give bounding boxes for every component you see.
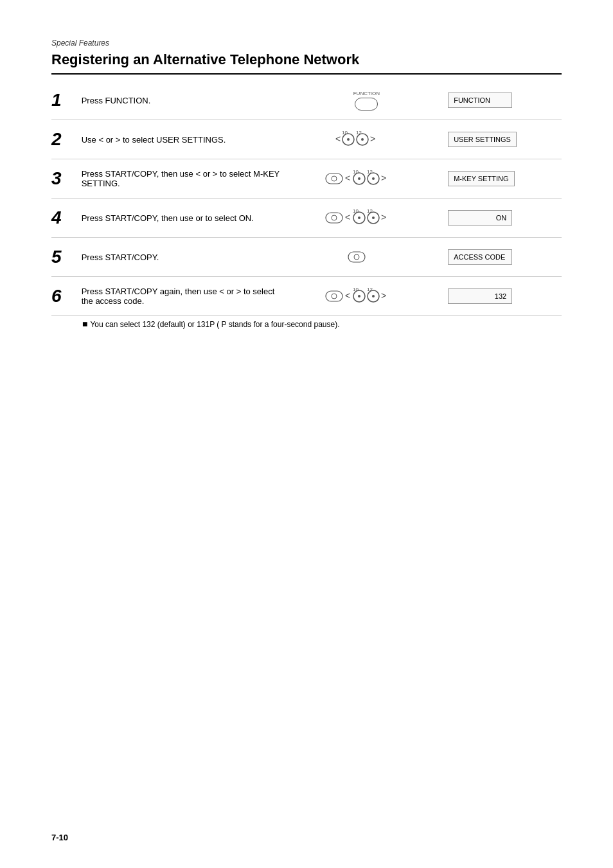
svg-point-16 [372, 177, 375, 180]
note-row: ■You can select 132 (default) or 131P ( … [51, 316, 562, 335]
step-number: 1 [51, 81, 82, 120]
step-diagram [292, 238, 442, 277]
table-row: 2Use < or > to select USER SETTINGS. < 1… [51, 120, 562, 159]
section-label: Special Features [51, 39, 562, 48]
svg-point-6 [361, 138, 364, 141]
step-number: 3 [51, 159, 82, 199]
step-display: FUNCTION [441, 81, 562, 120]
table-row: 5Press START/COPY. ACCESS CODE [51, 238, 562, 277]
step-diagram: < 10 12 > [292, 277, 442, 316]
svg-point-26 [372, 217, 375, 219]
note-text: ■You can select 132 (default) or 131P ( … [51, 316, 562, 335]
step-text: Press START/COPY. [82, 238, 292, 277]
table-row: 3Press START/COPY, then use < or > to se… [51, 159, 562, 199]
svg-point-38 [372, 295, 375, 297]
table-row: 1Press FUNCTION.FUNCTIONFUNCTION [51, 81, 562, 120]
step-diagram: < 10 12 > [292, 159, 442, 199]
svg-point-23 [358, 217, 360, 219]
display-box: ON [448, 210, 512, 226]
step-display: USER SETTINGS [441, 120, 562, 159]
steps-table: 1Press FUNCTION.FUNCTIONFUNCTION2Use < o… [51, 81, 562, 334]
svg-rect-30 [326, 291, 342, 301]
table-row: 6Press START/COPY again, then use < or >… [51, 277, 562, 316]
svg-point-3 [347, 138, 350, 141]
svg-text:>: > [381, 173, 386, 183]
step-diagram: < 10 12 > [292, 199, 442, 238]
step-text: Press START/COPY, then use < or > to sel… [82, 159, 292, 199]
step-number: 5 [51, 238, 82, 277]
step-number: 6 [51, 277, 82, 316]
display-box: ACCESS CODE [448, 249, 512, 265]
svg-rect-18 [326, 213, 342, 223]
svg-point-29 [354, 254, 359, 260]
display-box: USER SETTINGS [448, 132, 517, 147]
step-display: ACCESS CODE [441, 238, 562, 277]
table-row: 4Press START/COPY, then use or to select… [51, 199, 562, 238]
step-text: Use < or > to select USER SETTINGS. [82, 120, 292, 159]
step-display: 132 [441, 277, 562, 316]
svg-text:<: < [345, 290, 350, 301]
svg-text:<: < [345, 173, 350, 183]
svg-text:>: > [381, 290, 386, 301]
display-box: 132 [448, 288, 512, 304]
step-number: 2 [51, 120, 82, 159]
page-title: Registering an Alternative Telephone Net… [51, 51, 562, 75]
page-number: 7-10 [51, 833, 68, 842]
svg-point-9 [332, 176, 337, 181]
svg-text:<: < [335, 134, 341, 144]
step-number: 4 [51, 199, 82, 238]
step-diagram: FUNCTION [292, 81, 442, 120]
svg-rect-8 [326, 173, 342, 184]
svg-rect-28 [348, 252, 365, 262]
svg-point-31 [332, 294, 337, 299]
display-box: M-KEY SETTING [448, 171, 514, 186]
display-box: FUNCTION [448, 93, 512, 108]
step-display: ON [441, 199, 562, 238]
svg-point-35 [358, 295, 360, 297]
svg-text:<: < [345, 212, 350, 222]
step-diagram: < 10 12 > [292, 120, 442, 159]
page: Special Features Registering an Alternat… [0, 0, 613, 868]
svg-point-19 [332, 215, 337, 220]
step-text: Press FUNCTION. [82, 81, 292, 120]
step-text: Press START/COPY, then use or to select … [82, 199, 292, 238]
svg-text:>: > [370, 134, 375, 144]
step-display: M-KEY SETTING [441, 159, 562, 199]
svg-text:>: > [381, 212, 386, 222]
step-text: Press START/COPY again, then use < or > … [82, 277, 292, 316]
svg-point-13 [358, 177, 360, 180]
